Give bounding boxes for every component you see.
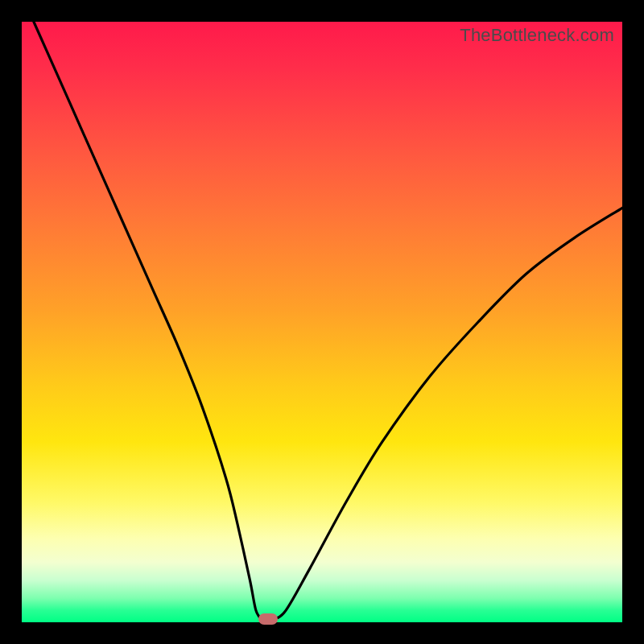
optimal-point-marker	[258, 613, 278, 625]
chart-frame: TheBottleneck.com	[0, 0, 644, 644]
plot-area: TheBottleneck.com	[22, 22, 622, 622]
bottleneck-curve	[22, 22, 622, 622]
